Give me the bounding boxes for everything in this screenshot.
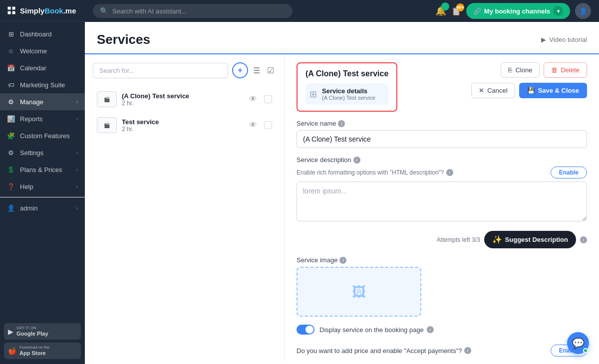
sidebar-item-marketing[interactable]: 🏷 Marketing Suite	[0, 76, 85, 93]
info-icon-payments[interactable]: i	[464, 347, 471, 354]
image-placeholder-icon: 🖼	[352, 284, 366, 300]
html-desc-text: Enable rich formatting options with "HTM…	[297, 169, 453, 176]
search-bar: + ☰ ☑	[93, 62, 276, 78]
list-view-btn[interactable]: ☰	[251, 62, 262, 78]
card-title: (A Clone) Test service	[305, 69, 388, 78]
enable-html-btn[interactable]: Enable	[551, 167, 587, 179]
google-play-icon: ▶	[8, 328, 13, 336]
sidebar-item-label: Settings	[20, 149, 43, 157]
grid-view-btn[interactable]: ☑	[265, 62, 276, 78]
sidebar-item-admin[interactable]: 👤 admin ›	[0, 199, 85, 216]
video-tutorial-btn[interactable]: ▶ Video tutorial	[541, 36, 587, 43]
service-search-input[interactable]	[93, 63, 228, 78]
notification-btn[interactable]: 🔔	[435, 5, 446, 16]
gear-icon: ⚙	[7, 149, 15, 157]
sidebar-item-label: Marketing Suite	[20, 81, 65, 89]
eye-icon[interactable]: 👁	[249, 121, 257, 130]
main-content: Services ▶ Video tutorial + ☰ ☑ 🎬	[85, 22, 599, 364]
apple-name-label: App Store	[19, 350, 49, 357]
sidebar-item-dashboard[interactable]: ⊞ Dashboard	[0, 25, 85, 42]
service-item-clone[interactable]: 🎬 (A Clone) Test service 2 hr. 👁	[93, 86, 276, 112]
chat-icon: 💬	[572, 337, 585, 349]
sidebar-item-help[interactable]: ❓ Help ›	[0, 178, 85, 195]
service-checkbox[interactable]	[264, 121, 272, 129]
delete-label: Delete	[561, 66, 580, 74]
service-thumbnail: 🎬	[97, 91, 117, 107]
puzzle-icon: 🧩	[7, 132, 15, 140]
service-info: (A Clone) Test service 2 hr.	[122, 92, 244, 107]
sidebar-item-calendar[interactable]: 📅 Calendar	[0, 59, 85, 76]
save-close-label: Save & Close	[538, 87, 579, 94]
info-icon[interactable]: i	[338, 120, 345, 127]
service-checkbox[interactable]	[264, 95, 272, 103]
display-toggle-row: Display service on the booking page i	[297, 325, 587, 335]
topbar-icons: 🔔 📋 99+ 🔗 My booking channels ▾ 👤	[435, 3, 591, 19]
description-textarea[interactable]: lorem ipsum...	[297, 182, 587, 221]
save-icon: 💾	[527, 87, 535, 94]
chevron-right-icon: ›	[76, 167, 78, 173]
service-item-test[interactable]: 🎬 Test service 2 hr. 👁	[93, 112, 276, 138]
app-store-btn[interactable]: 🍎 Download on the App Store	[4, 343, 81, 359]
details-sublabel: (A Clone) Test service	[322, 95, 375, 101]
booking-channels-btn[interactable]: 🔗 My booking channels ▾	[466, 3, 570, 19]
add-service-btn[interactable]: +	[232, 62, 248, 78]
suggest-label: Suggest Description	[505, 236, 568, 243]
payments-text: Do you want to add price and enable "Acc…	[297, 347, 471, 355]
calendar-icon: 📅	[7, 64, 15, 72]
service-name-input[interactable]	[297, 130, 587, 148]
info-icon-image[interactable]: i	[339, 257, 346, 264]
clone-btn[interactable]: ⎘ Clone	[501, 62, 540, 78]
delete-btn[interactable]: 🗑 Delete	[544, 62, 587, 78]
form-actions: ✕ Cancel 💾 Save & Close	[471, 83, 587, 98]
search-input[interactable]	[112, 7, 286, 15]
search-box[interactable]: 🔍	[93, 4, 293, 18]
sidebar-item-settings[interactable]: ⚙ Settings ›	[0, 144, 85, 161]
sidebar-item-label: Custom Features	[20, 132, 70, 140]
search-actions: + ☰ ☑	[232, 62, 276, 78]
sidebar-item-manage[interactable]: ⚙ Manage ›	[0, 93, 85, 110]
sparkle-icon: ✨	[492, 235, 502, 244]
avatar-btn[interactable]: 👤	[575, 3, 591, 19]
content-body: + ☰ ☑ 🎬 (A Clone) Test service 2 hr. 👁	[85, 54, 599, 362]
info-icon-html[interactable]: i	[446, 169, 453, 176]
info-icon-toggle[interactable]: i	[427, 326, 434, 333]
save-close-btn[interactable]: 💾 Save & Close	[519, 83, 587, 98]
google-play-btn[interactable]: ▶ GET IT ON Google Play	[4, 323, 81, 340]
sidebar-item-custom[interactable]: 🧩 Custom Features	[0, 127, 85, 144]
sidebar-item-label: Plans & Prices	[20, 166, 62, 174]
sidebar-item-plans[interactable]: 💲 Plans & Prices ›	[0, 161, 85, 178]
sidebar-logo[interactable]: SimplyBook.me	[0, 0, 85, 21]
chevron-right-icon: ›	[76, 205, 78, 211]
display-toggle[interactable]	[297, 325, 314, 335]
toggle-label: Display service on the booking page i	[319, 326, 434, 334]
svg-rect-3	[12, 11, 15, 14]
calendar-btn[interactable]: 📋 99+	[451, 6, 461, 16]
cancel-btn[interactable]: ✕ Cancel	[471, 83, 515, 98]
chart-icon: 📊	[7, 115, 15, 123]
info-icon-suggest[interactable]: i	[580, 236, 587, 243]
user-icon: 👤	[7, 204, 15, 212]
service-details-row[interactable]: ⊞ Service details (A Clone) Test service	[305, 83, 388, 105]
video-thumb-icon: 🎬	[104, 123, 110, 128]
sidebar-item-welcome[interactable]: ☆ Welcome	[0, 42, 85, 59]
eye-icon[interactable]: 👁	[249, 95, 257, 104]
svg-rect-1	[12, 7, 15, 10]
service-name-label: Service name i	[297, 120, 587, 127]
sidebar-item-label: admin	[20, 204, 37, 212]
chat-bubble-btn[interactable]: 💬	[567, 332, 589, 354]
sidebar-item-reports[interactable]: 📊 Reports ›	[0, 110, 85, 127]
sidebar-bottom: ▶ GET IT ON Google Play 🍎 Download on th…	[0, 318, 85, 364]
ai-bar: Attempts left 3/3 ✨ Suggest Description …	[297, 231, 587, 248]
details-label: Service details	[322, 87, 375, 95]
topbar: 🔍 🔔 📋 99+ 🔗 My booking channels ▾ 👤	[85, 0, 599, 22]
app-store-text: Download on the App Store	[19, 345, 49, 357]
image-upload-area[interactable]: 🖼	[297, 267, 421, 317]
suggest-description-btn[interactable]: ✨ Suggest Description	[484, 231, 576, 248]
svg-rect-0	[8, 7, 11, 10]
video-tutorial-label: Video tutorial	[549, 36, 587, 43]
info-icon[interactable]: i	[353, 157, 360, 164]
attempts-text: Attempts left 3/3	[437, 236, 480, 243]
sidebar-item-label: Calendar	[20, 64, 46, 72]
services-list: + ☰ ☑ 🎬 (A Clone) Test service 2 hr. 👁	[85, 54, 285, 362]
service-image-section: Service image i 🖼	[297, 256, 587, 317]
